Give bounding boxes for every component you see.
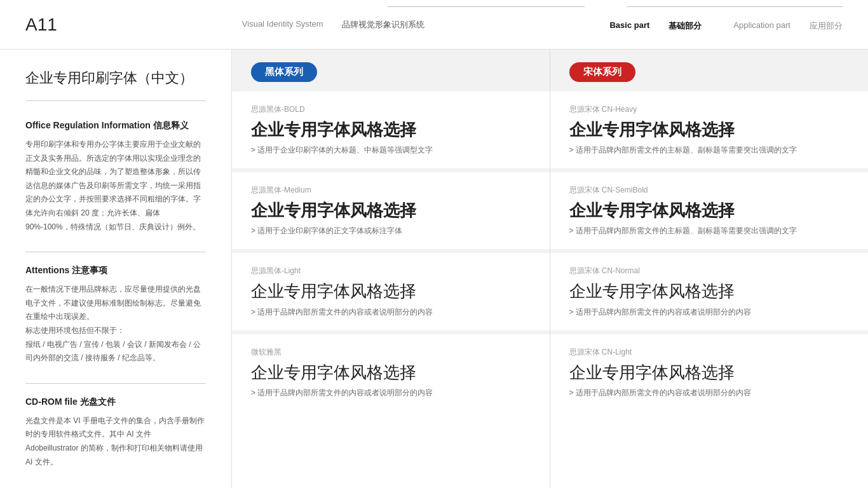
right-entry-desc-0: > 适用于品牌内部所需文件的主标题、副标题等需要突出强调的文字: [569, 145, 850, 156]
left-entry-demo-2: 企业专用字体风格选择: [251, 281, 531, 301]
left-entry-0: 思源黑体-BOLD 企业专用字体风格选择 > 适用于企业印刷字体的大标题、中标题…: [232, 92, 550, 168]
nav-app-cn: 应用部分: [810, 20, 843, 32]
sidebar-section-1: Attentions 注意事项 在一般情况下使用品牌标志，应尽量使用提供的光盘电…: [25, 265, 206, 365]
header: A11 Visual Identity System 品牌视觉形象识别系统 Ba…: [0, 0, 868, 50]
page-code: A11: [25, 14, 57, 36]
header-right: Basic part 基础部分 Application part 应用部分: [609, 18, 843, 32]
left-entry-1: 思源黑体-Medium 企业专用字体风格选择 > 适用于企业印刷字体的正文字体或…: [232, 172, 550, 249]
right-entry-2: 思源宋体 CN-Normal 企业专用字体风格选择 > 适用于品牌内部所需文件的…: [550, 253, 869, 330]
right-column-header: 宋体系列: [550, 50, 869, 92]
main-layout: 企业专用印刷字体（中文） Office Regulation Informati…: [0, 50, 868, 488]
right-entry-gap-1: [550, 250, 869, 252]
right-entry-demo-1: 企业专用字体风格选择: [569, 201, 850, 220]
right-entries: 思源宋体 CN-Heavy 企业专用字体风格选择 > 适用于品牌内部所需文件的主…: [550, 92, 869, 488]
left-entry-demo-3: 企业专用字体风格选择: [251, 363, 531, 383]
header-center: Visual Identity System 品牌视觉形象识别系统: [242, 19, 425, 30]
nav-vi-en: Visual Identity System: [242, 19, 323, 30]
sidebar-divider-1: [25, 252, 206, 252]
right-entry-3: 思源宋体 CN-Light 企业专用字体风格选择 > 适用于品牌内部所需文件的内…: [550, 334, 869, 488]
header-right-nav: Basic part 基础部分 Application part 应用部分: [609, 20, 843, 32]
nav-basic-en[interactable]: Basic part: [609, 20, 649, 32]
right-entry-desc-2: > 适用于品牌内部所需文件的内容或者说明部分的内容: [569, 307, 850, 318]
right-entry-demo-3: 企业专用字体风格选择: [569, 363, 850, 383]
sidebar-divider-2: [25, 383, 206, 384]
left-entry-desc-3: > 适用于品牌内部所需文件的内容或者说明部分的内容: [251, 388, 531, 398]
sidebar-section-2: CD-ROM file 光盘文件 光盘文件是本 VI 手册电子文件的集合，内含手…: [25, 396, 206, 469]
entry-gap-0: [232, 170, 550, 171]
sidebar-section-body-1: 在一般情况下使用品牌标志，应尽量使用提供的光盘电子文件，不建议使用标准制图绘制标…: [25, 283, 206, 365]
sidebar-section-body-0: 专用印刷字体和专用办公字体主要应用于企业文献的正文及实务用品。所选定的字体用以实…: [25, 138, 206, 234]
left-entry-desc-2: > 适用于品牌内部所需文件的内容或者说明部分的内容: [251, 307, 531, 318]
left-entry-desc-1: > 适用于企业印刷字体的正文字体或标注字体: [251, 226, 531, 236]
nav-app-en[interactable]: Application part: [733, 20, 790, 32]
right-badge: 宋体系列: [569, 62, 635, 82]
left-column-header: 黑体系列: [232, 50, 550, 92]
sidebar-section-title-1: Attentions 注意事项: [25, 265, 206, 276]
right-entry-desc-1: > 适用于品牌内部所需文件的主标题、副标题等需要突出强调的文字: [569, 226, 850, 236]
right-entry-demo-0: 企业专用字体风格选择: [569, 120, 850, 140]
left-entry-demo-0: 企业专用字体风格选择: [251, 120, 531, 140]
right-entry-gap-0: [550, 170, 869, 171]
nav-vi-cn: 品牌视觉形象识别系统: [342, 19, 424, 30]
right-entry-1: 思源宋体 CN-SemiBold 企业专用字体风格选择 > 适用于品牌内部所需文…: [550, 172, 869, 249]
left-font-column: 黑体系列 思源黑体-BOLD 企业专用字体风格选择 > 适用于企业印刷字体的大标…: [232, 50, 550, 488]
right-entry-0: 思源宋体 CN-Heavy 企业专用字体风格选择 > 适用于品牌内部所需文件的主…: [550, 92, 869, 168]
sidebar-section-body-2: 光盘文件是本 VI 手册电子文件的集合，内含手册制作时的专用软件格式文件。其中 …: [25, 414, 206, 469]
right-entry-name-2: 思源宋体 CN-Normal: [569, 266, 850, 276]
entry-gap-2: [232, 332, 550, 333]
left-entries: 思源黑体-BOLD 企业专用字体风格选择 > 适用于企业印刷字体的大标题、中标题…: [232, 92, 550, 488]
right-entry-name-1: 思源宋体 CN-SemiBold: [569, 185, 850, 196]
header-nav-center: Visual Identity System 品牌视觉形象识别系统: [242, 19, 425, 30]
left-entry-desc-0: > 适用于企业印刷字体的大标题、中标题等强调型文字: [251, 145, 531, 156]
left-entry-demo-1: 企业专用字体风格选择: [251, 201, 531, 220]
left-entry-2: 思源黑体-Light 企业专用字体风格选择 > 适用于品牌内部所需文件的内容或者…: [232, 253, 550, 330]
header-left: A11: [25, 14, 57, 36]
content-area: 黑体系列 思源黑体-BOLD 企业专用字体风格选择 > 适用于企业印刷字体的大标…: [232, 50, 868, 488]
right-entry-name-3: 思源宋体 CN-Light: [569, 347, 850, 358]
nav-basic-cn: 基础部分: [668, 20, 702, 32]
right-entry-gap-2: [550, 332, 869, 333]
left-entry-name-0: 思源黑体-BOLD: [251, 104, 531, 115]
left-badge: 黑体系列: [251, 62, 317, 82]
right-entry-demo-2: 企业专用字体风格选择: [569, 281, 850, 301]
left-entry-name-2: 思源黑体-Light: [251, 266, 531, 276]
sidebar-section-0: Office Regulation Information 信息释义 专用印刷字…: [25, 120, 206, 234]
right-entry-name-0: 思源宋体 CN-Heavy: [569, 104, 850, 115]
sidebar-section-title-2: CD-ROM file 光盘文件: [25, 396, 206, 408]
left-entry-name-1: 思源黑体-Medium: [251, 185, 531, 196]
right-font-column: 宋体系列 思源宋体 CN-Heavy 企业专用字体风格选择 > 适用于品牌内部所…: [550, 50, 869, 488]
entry-gap-1: [232, 250, 550, 252]
sidebar-section-title-0: Office Regulation Information 信息释义: [25, 120, 206, 132]
left-entry-3: 微软雅黑 企业专用字体风格选择 > 适用于品牌内部所需文件的内容或者说明部分的内…: [232, 334, 550, 488]
sidebar-title: 企业专用印刷字体（中文）: [25, 69, 206, 101]
left-entry-name-3: 微软雅黑: [251, 347, 531, 358]
sidebar: 企业专用印刷字体（中文） Office Regulation Informati…: [0, 50, 232, 488]
right-entry-desc-3: > 适用于品牌内部所需文件的内容或者说明部分的内容: [569, 388, 850, 398]
